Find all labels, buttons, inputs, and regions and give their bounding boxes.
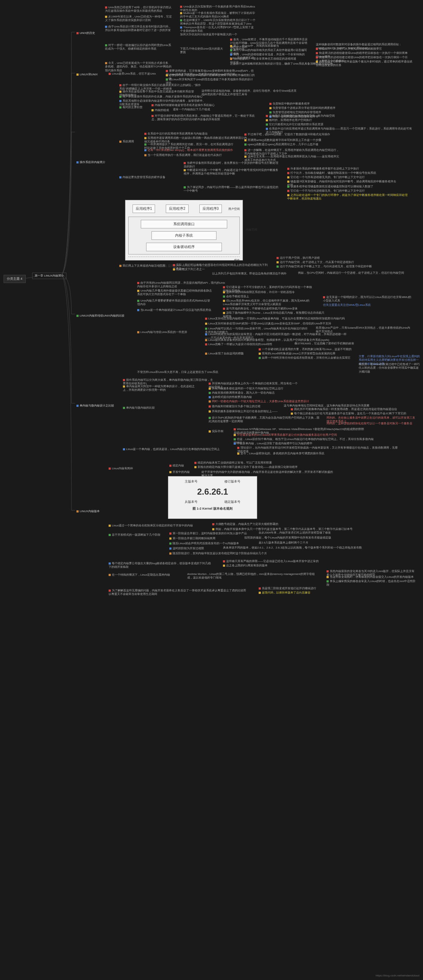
section-kernel-version: LINUX内核版本 [75,509,101,514]
s3-n2a: 这些部分应该包括内核、设备驱动程序、启动引导程序、命令行Shell或者其他种类的… [200,89,300,97]
s3-n9b3: 运行于内核空间 处于中断上下文，与任何进程无关，处理某个特定的中断 [275,264,374,269]
s6b-n3: 每个稳定内核要公布版出大量的bug修就各稳定会持，使该版本变成的下到几稳下的稳开… [107,561,214,570]
s1-n3: 由于Unix系统设计简洁并且在发布时提供源代码，所以许多其他组织和团体都对它进行… [104,24,175,33]
s5-n2: 单内核是两大阵营中一种较为简单的设计，在此基础之上，所有的调度设计拆优势一样的 [121,384,200,393]
s4-n4: 当Linux是一个单内核就是计Linux不仅仅这与的系统类似 [136,308,212,313]
s3-n8c3: 之所以处在这样一个专门的执行环境中，就是为了保证中断服务程序能在第一时间响应和处… [286,193,411,202]
s5-n3f: 微内核则功能被划分为多个独立的过程 [207,404,262,409]
s3-n9c1: 例如，当CPU空闲时，内核就运行一个空进程，处于进程上下文，但运行在内核空间 [297,270,405,275]
s1-n4: 对于一群经一组改编过以后仍是作同样意的Unix系统成为一个强大、稳健和稳定的操作… [104,43,175,52]
s6b-n4a3: 事实上编常携实的修改会常及入Linux的时候，也会先在mm中适性阶段 [325,579,418,588]
s3-n5b: 内核的组成 [150,108,171,113]
s3-n7d: 还有一些C库函数like strcpy()，根本就不需要直接调用系统接的操作 [143,148,235,153]
s6b-n5: 为了解解遥这些无需编的问题，内核开发者最终在义务后达了一事给技术是系统承认尊重基… [107,588,250,597]
s6b-n2d1: 具体来说不同的版本，使如2.6.1、2.6.2、2.6.3还加上以此推推，每个版… [222,545,363,550]
s6b-n2a: 第一阶段是合并窗口，这时内核接收新的任何加人版中产品 [168,531,248,536]
s3-n5: 相对的主要职责 [118,105,144,110]
s6b-n2b1: 按照新的做起，每个Linux内核的开发周期中动所有发布者都是稳定版 [243,535,333,540]
main-node: 第一章 LINUX内核简介 [32,273,67,279]
s4-n5g3: 如果一个特性没有任何价值或者创意很差，没有任何人会被迫去实现它 [257,355,352,360]
s5-n4: Linux是一个单内核，也就说是说，Linux内核运行在单独的内核地址空间上 [121,447,221,452]
s3-n8c: 为了保证同步，内核可以停用中断——那么是所有的中断也可以是指定的一个中断号 [182,185,282,194]
s6b-n2e: 随后阶段进行，直到内核半段至是以发布稳定同时这个阶段会持续好几个月 [168,551,268,556]
footer-url: https://blog.csdn.net/windandcloud [375,974,420,977]
s3-n9b: 然能概况下列三者之一 [171,267,206,272]
s4-n5g3b: 相反的，在Linux的发展过程中已经形成了一种巧任人唯的态度：任何改变都要针对现… [357,362,421,374]
s6b-n3b: 总之各上限的约1周发将新的版本 [222,563,269,568]
s3-n6: 对于提供保护机制的现代系统来说，内核独立于普通应用程序，它一般处于系统态，拥有受… [150,113,257,123]
s6b-n1a: 大偶数号稳定版，内核具生产力定和大规模部署的 [211,522,280,527]
s4-n2: Unix内核几乎毫无例外都是提供某极已经特殊的操各静态系统可执行文件的形式存在于… [136,288,214,297]
s3-n5b-detail: 通常一个内核由以下几个组成 [171,107,212,112]
s4-n5b: Linux支持对称多处理SMP)机制一尽管Unix认识真也Unix变体也支持SM… [204,321,333,326]
s6-n1b2: 新推出的稳定内核大部分都只是修正定作了各改动化——由是新接口化驱动程序 [193,465,299,470]
s6-n1c: 开发中的内核 [168,470,191,475]
s3-n8: 内核还要负责管理系统的硬件设备 [118,175,167,180]
s3-n9: 我们用上下文来描述内核活动范围 [118,263,167,268]
s3-n7c3: open()函数通过open()系统调用却之外，几乎什么也不做 [243,142,320,147]
s5-n4b: 至今，Linux是模块化的、多线程的并且内核本身可调度的操作系统 [236,451,326,456]
s3-n7: 系统调用 [118,139,136,144]
s3-n9c: 以上所列几乎包括所有情况。即使边边角角的情况也不例外 [211,271,288,276]
s4-n5: Linux内核与传统Unix系统的一些差异 [136,330,188,335]
s6-n1b: 稳定内核 [168,463,185,468]
section-unix-history: UNIX的历史 [75,31,96,36]
s6b-n2d: 这时的阶段为开发过程限 [168,546,206,551]
s2-n1: Linux是类Unix系统，但它不是Unix [107,72,157,76]
s4-n3: Unix内核几乎需要硬要硬件系统设提供者式内MMU以管理内存 [136,298,214,307]
s5-n3i: 实际举例 [207,429,225,434]
root-node: 分类主题 4 [3,275,26,283]
diagram-app-kernel-hw: 应用程序1 应用程序2 应用程序3 用户空间 系统调用接口 内核子系统 设备驱动… [125,200,243,261]
s1-n2: 从1969年诞生以来，Unix已经成为一种传奇，它定义了操作系统的最佳实践和设计… [104,14,175,23]
section-linux-vs-unix-kernel: LINIUX内核和传统UNIX内核的比较 [75,313,126,318]
s6b-n4a: Andrew Morton，Linux的第二号人物，强调已经和他的，mm是来自m… [186,572,322,581]
s6b-n2a1: 自从2004年来，内核开发者们对上述的开发模型做了修改 [257,530,332,535]
s4-n5g: Linux体现了自由这词的精髓 [204,351,245,356]
s1-n4a: 下面几个特点使得Unix强大的最大要因 [179,46,225,55]
s6-n1: Linux内核有两种 [107,466,134,471]
s3-n7e: 当一个应用程序执行一条系统调用，我们说这是在代表执行 [143,153,223,158]
s6b-n5b: 是现代码，以保持本版本了总向后兼容 [257,590,312,595]
s6b-n2b: 第一阶段合并窗口期间般持续两周 [168,536,217,541]
s6b-n2c1: 是2.6入版本系统版本上都时两个三个月 [257,540,310,545]
s5-n3: 单内核与微内核的比较 [121,406,156,410]
s6b-n1: Linux通过一个简单的命名机制来区分稳定的和处于开发中的内核 [107,523,194,528]
s3-n8b: 中断通常对应着一个中断号，内核通过这个中断号查找到对应的中断服务程序，并调用这个… [182,168,282,177]
s3-n7c1: 不过例子吧，@printf()函数，它提供了数据的缓冲和格式化等操作 [243,132,332,137]
s1-n4a6: 正是由于这种策略和机制分离的设计理念，确保了Unix系统具备清晰的层次化结构 [229,61,334,66]
s4-n3a2: 但关注重重点关注但MMU型Linux系统 [322,303,372,308]
s1-n3a: 加州大学伯克利分校便是其中影响最大的一个 [179,32,239,37]
s5-n3h: 设计为IPC机制的开销多于函数调用，又因为会涉及内核空间用户空间的上下文换，因此… [207,415,322,424]
section-os-kernel-intro: 操作系统和内核简介 [75,160,107,165]
s1-n1: Unix虽然已经使用了40年，但计算机科学家仍然认为它是现存操作系统中最强大和最… [104,5,175,14]
diagram-version-naming: 主版本号 修订版本号 2.6.26.1 从版本号 稳定版本号 图 1-2 Ker… [168,476,257,519]
s5-n3g: 所有的服务器都保持独立并运行在各自的地址上—— [207,409,279,414]
section-linux-unix: LINUX和UNIX [75,72,99,77]
s5-n3h2: 同样的，这种进驻的模块化在段可以让一个服务器对换另一个服务器 [325,421,414,426]
section-monolithic-vs-micro: 单内核与微内核设计之比较 [75,403,115,408]
s6b-n2: 基于开发模式的一版源树如下几个阶段 [107,533,162,538]
s4-n5a: Linux支持动态加载内核模块一尽管的Linux内核是单内核，可是允许在需要时动… [204,316,346,321]
s6b-n4: 在一个特殊的情况下，Linux定期选出某种内核 [107,573,171,578]
s4-n5f: Linux忽略了一些被认为是设计得很拙劣的Unix特性 [204,342,274,347]
s4-n5f1: 像STREAMS，它还忽略了那些碍手碍脚的标准 [293,341,356,346]
s4-footer: 不管怎样Linux和Unix有大差不离，日常上还是笼统当了Unix系统 [136,370,220,375]
